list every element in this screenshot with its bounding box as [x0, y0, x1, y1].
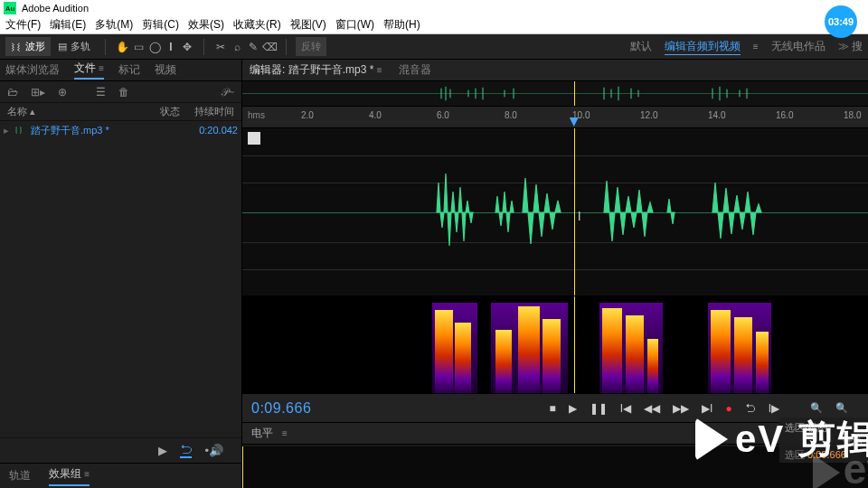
delete-icon[interactable]: 🗑	[118, 86, 129, 99]
ruler-tick: 2.0	[301, 110, 314, 120]
spectrogram-display[interactable]	[242, 296, 868, 394]
ruler-tick: 18.0	[844, 110, 861, 120]
loop-button-icon[interactable]: ⮌	[745, 402, 756, 415]
zoom-out-icon[interactable]: 🔍	[835, 402, 848, 414]
panel-menu-icon[interactable]: ≡	[753, 42, 759, 52]
editor-tabs: 编辑器: 踏子野干音.mp3 * ≡ 混音器	[242, 60, 868, 81]
goto-start-icon[interactable]: I◀	[620, 402, 631, 415]
playhead-marker[interactable]	[570, 117, 579, 127]
preview-autoplay-icon[interactable]: •🔊	[204, 444, 223, 457]
forward-icon[interactable]: ▶▶	[673, 402, 689, 415]
selection-view-panel: 选区/视图 开始 选区 0:09.666	[779, 418, 868, 463]
ruler-tick: 8.0	[505, 110, 517, 120]
toolbar: ⧘⧙ 波形 ▤ 多轨 ✋ ▭ ◯ I ✥ ✂ ⌕ ✎ ⌫ 反转 默认 编辑音频到…	[0, 34, 868, 60]
selection-start-label: 开始	[785, 435, 863, 448]
editor-panel: 编辑器: 踏子野干音.mp3 * ≡ 混音器 h	[242, 60, 868, 488]
mode-multitrack-button[interactable]: ▤ 多轨	[52, 37, 96, 56]
ruler-tick: 16.0	[776, 110, 793, 120]
col-status[interactable]: 状态	[140, 105, 180, 118]
razor-tool-icon[interactable]: ✂	[213, 40, 228, 54]
timecode-display[interactable]: 0:09.666	[251, 400, 311, 417]
main-area: 媒体浏览器 文件 ≡ 标记 视频 🗁 ⊞▸ ⊕ ☰ 🗑 𝒫⁓ 名称 ▴ 状态 持…	[0, 60, 868, 488]
level-menu-icon[interactable]: ≡	[282, 428, 288, 438]
menu-favorites[interactable]: 收藏夹(R)	[233, 17, 281, 33]
left-panel-tabs: 媒体浏览器 文件 ≡ 标记 视频	[0, 60, 241, 81]
transport-bar: 0:09.666 ■ ▶ ❚❚ I◀ ◀◀ ▶▶ ▶I ● ⮌ I▶ 🔍 🔍	[242, 394, 868, 423]
tab-video[interactable]: 视频	[155, 62, 176, 78]
spectrogram-playhead-line	[574, 296, 575, 393]
record-button-icon[interactable]: ●	[725, 402, 731, 415]
selection-label: 选区	[785, 449, 805, 460]
overview-waveform[interactable]	[242, 81, 868, 107]
mode-waveform-button[interactable]: ⧘⧙ 波形	[5, 37, 51, 56]
search-icon[interactable]: 𝒫⁓	[221, 86, 234, 99]
tab-mixer[interactable]: 混音器	[399, 62, 431, 78]
menu-edit[interactable]: 编辑(E)	[50, 17, 86, 33]
import-icon[interactable]: ⊕	[58, 86, 67, 99]
workspace-edit-av[interactable]: 编辑音频到视频	[665, 39, 741, 55]
workspace-search[interactable]: ≫ 搜	[838, 39, 863, 54]
tab-effects-rack[interactable]: 效果组 ≡	[49, 466, 90, 486]
preview-loop-icon[interactable]: ⮌	[180, 443, 192, 458]
menu-help[interactable]: 帮助(H)	[383, 17, 420, 33]
expand-icon[interactable]: ▸	[4, 125, 14, 136]
audio-file-icon: ⧙⧘	[14, 126, 31, 135]
goto-end-icon[interactable]: ▶I	[702, 402, 712, 415]
menu-clip[interactable]: 剪辑(C)	[142, 17, 179, 33]
level-panel-header: 电平 ≡	[242, 423, 868, 445]
left-bottom-tabs: 轨道 效果组 ≡	[0, 463, 241, 488]
brush-tool-icon[interactable]: ✎	[246, 40, 260, 54]
menu-effects[interactable]: 效果(S)	[188, 17, 224, 33]
heal-tool-icon[interactable]: ⌕	[230, 40, 244, 54]
title-bar: Au Adobe Audition	[0, 0, 868, 16]
invert-button[interactable]: 反转	[296, 37, 326, 56]
new-file-icon[interactable]: ⊞▸	[31, 86, 45, 99]
level-meter[interactable]	[242, 446, 868, 488]
files-list-header: 名称 ▴ 状态 持续时间	[0, 103, 241, 121]
menu-view[interactable]: 视图(V)	[290, 17, 326, 33]
app-title: Adobe Audition	[22, 3, 89, 14]
preview-play-icon[interactable]: ▶	[158, 444, 167, 457]
pause-button-icon[interactable]: ❚❚	[590, 402, 608, 415]
lasso-tool-icon[interactable]: ◯	[147, 40, 162, 54]
mode-waveform-label: 波形	[25, 40, 45, 53]
selection-title: 选区/视图	[785, 421, 863, 435]
tab-editor[interactable]: 编辑器: 踏子野干音.mp3 * ≡	[250, 62, 382, 78]
stamp-tool-icon[interactable]: ⌫	[262, 40, 277, 54]
open-folder-icon[interactable]: 🗁	[7, 86, 18, 99]
waveform-display[interactable]: I	[242, 128, 868, 296]
menu-multitrack[interactable]: 多轨(M)	[95, 17, 133, 33]
col-duration[interactable]: 持续时间	[180, 105, 234, 118]
hand-tool-icon[interactable]: ✋	[115, 40, 129, 54]
menu-window[interactable]: 窗口(W)	[335, 17, 374, 33]
tab-markers[interactable]: 标记	[118, 62, 140, 78]
timeline-ruler[interactable]: hms 2.0 4.0 6.0 8.0 10.0 12.0 14.0 16.0 …	[242, 107, 868, 128]
level-label: 电平	[251, 426, 273, 441]
stop-button-icon[interactable]: ■	[549, 402, 555, 415]
move-tool-icon[interactable]: ✥	[180, 40, 194, 54]
file-row[interactable]: ▸ ⧙⧘ 踏子野干音.mp3 * 0:20.042	[0, 121, 241, 139]
time-select-tool-icon[interactable]: I	[164, 40, 178, 54]
ruler-unit-label: hms	[242, 107, 270, 127]
overview-playhead	[574, 81, 575, 106]
col-name[interactable]: 名称 ▴	[7, 105, 140, 118]
menu-file[interactable]: 文件(F)	[5, 17, 41, 33]
waveform-icon: ⧘⧙	[11, 42, 22, 52]
tab-media-browser[interactable]: 媒体浏览器	[5, 62, 60, 78]
workspace-default[interactable]: 默认	[630, 39, 652, 54]
skip-selection-icon[interactable]: I▶	[769, 402, 779, 415]
marquee-tool-icon[interactable]: ▭	[131, 40, 146, 54]
waveform-playhead-line	[574, 128, 575, 296]
workspace-radio[interactable]: 无线电作品	[771, 39, 826, 54]
multitrack-icon: ▤	[58, 41, 67, 52]
app-logo: Au	[4, 2, 16, 14]
zoom-in-icon[interactable]: 🔍	[810, 402, 823, 414]
tab-track[interactable]: 轨道	[9, 468, 31, 483]
recording-clock-badge: 03:49	[825, 5, 857, 38]
tab-files[interactable]: 文件 ≡	[74, 61, 104, 80]
rewind-icon[interactable]: ◀◀	[644, 402, 660, 415]
mode-multitrack-label: 多轨	[71, 40, 90, 53]
left-panel: 媒体浏览器 文件 ≡ 标记 视频 🗁 ⊞▸ ⊕ ☰ 🗑 𝒫⁓ 名称 ▴ 状态 持…	[0, 60, 242, 488]
play-button-icon[interactable]: ▶	[569, 402, 577, 415]
list-view-icon[interactable]: ☰	[96, 86, 106, 99]
